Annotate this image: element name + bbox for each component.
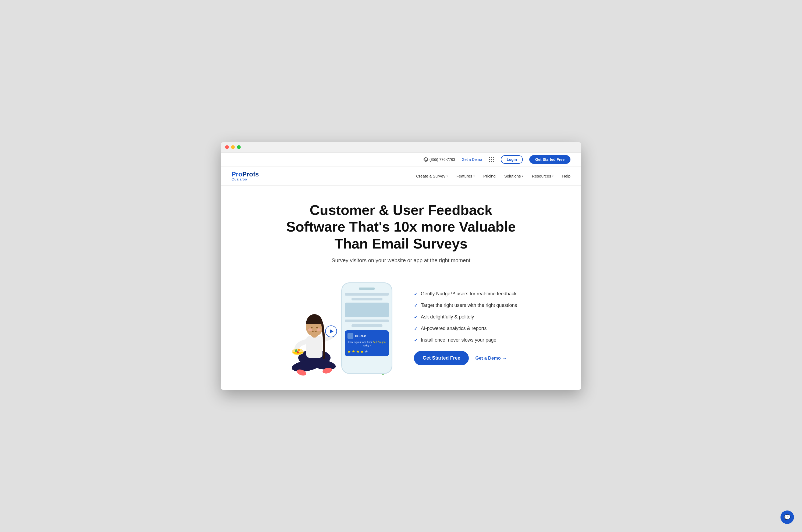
logo-pro: Pro [232, 171, 242, 178]
phone-number: (855) 776-7763 [429, 157, 455, 162]
nav-item-help[interactable]: Help [562, 174, 570, 178]
popup-question: How is your food from Red Dragon today? [347, 341, 386, 347]
browser-chrome [221, 142, 581, 152]
phone-mockup: Hi Bella! How is your food from Red Drag… [341, 282, 393, 374]
chevron-down-icon: ▾ [522, 174, 523, 177]
check-icon: ✓ [414, 303, 417, 308]
get-demo-link-top[interactable]: Get a Demo [461, 157, 482, 162]
get-started-button-top[interactable]: Get Started Free [529, 155, 570, 164]
feature-item-3: ✓ Ask delightfully & politely [414, 314, 517, 320]
survey-popup: Hi Bella! How is your food from Red Drag… [345, 330, 389, 356]
chat-button[interactable]: 💬 [781, 511, 794, 524]
star-2[interactable]: ★ [352, 349, 355, 354]
phone-bar-2 [351, 298, 382, 300]
minimize-button[interactable] [231, 145, 235, 149]
phone-image-rect [345, 303, 389, 317]
browser-body: 📞 (855) 776-7763 Get a Demo Login Get St… [221, 152, 581, 390]
close-button[interactable] [225, 145, 229, 149]
check-icon: ✓ [414, 315, 417, 320]
hero-subtitle: Survey visitors on your website or app a… [232, 258, 570, 264]
feature-text-5: Install once, never slows your page [421, 337, 496, 343]
svg-rect-5 [306, 336, 323, 358]
hero-content: Hi Bella! How is your food from Red Drag… [232, 277, 570, 379]
svg-point-13 [311, 327, 312, 328]
svg-point-16 [317, 328, 321, 331]
chat-icon: 💬 [784, 514, 791, 520]
logo-sub: Qualaroo [232, 177, 259, 181]
feature-text-3: Ask delightfully & politely [421, 314, 474, 320]
features-list: ✓ Gently Nudge™ users for real-time feed… [414, 291, 517, 343]
star-1[interactable]: ★ [347, 349, 351, 354]
nav-links: Create a Survey ▾ Features ▾ Pricing [416, 174, 570, 178]
hero-illustration: Hi Bella! How is your food from Red Drag… [285, 277, 398, 379]
play-icon [330, 329, 333, 334]
check-icon: ✓ [414, 326, 417, 331]
cta-buttons: Get Started Free Get a Demo → [414, 351, 517, 365]
get-demo-link-main[interactable]: Get a Demo → [475, 356, 507, 361]
logo-profs: Profs [242, 171, 259, 178]
feature-item-4: ✓ AI-powered analytics & reports [414, 326, 517, 331]
phone-bar-3 [345, 320, 389, 322]
top-bar: 📞 (855) 776-7763 Get a Demo Login Get St… [221, 152, 581, 167]
popup-header: Hi Bella! [347, 333, 386, 339]
nav-item-resources[interactable]: Resources ▾ [532, 174, 553, 178]
svg-point-9 [298, 349, 300, 351]
phone-bar-1 [345, 293, 389, 296]
features-cta-area: ✓ Gently Nudge™ users for real-time feed… [414, 291, 517, 365]
login-button[interactable]: Login [501, 155, 523, 164]
nav-item-pricing[interactable]: Pricing [483, 174, 496, 178]
star-3[interactable]: ★ [356, 349, 360, 354]
hero-section: Customer & User Feedback Software That's… [221, 186, 581, 390]
star-4[interactable]: ★ [360, 349, 364, 354]
phone-notch [359, 287, 375, 290]
phone-icon: 📞 [424, 157, 428, 162]
chevron-down-icon: ▾ [552, 174, 553, 177]
star-5[interactable]: ★ [365, 349, 368, 354]
feature-item-2: ✓ Target the right users with the right … [414, 303, 517, 308]
browser-window: 📞 (855) 776-7763 Get a Demo Login Get St… [221, 142, 581, 390]
popup-avatar [347, 333, 354, 339]
stars-rating[interactable]: ★ ★ ★ ★ ★ [347, 349, 386, 354]
nav-link-features[interactable]: Features ▾ [456, 174, 475, 178]
phone-bar-4 [351, 324, 382, 327]
logo-text: ProProfs [232, 171, 259, 177]
feature-text-4: AI-powered analytics & reports [421, 326, 486, 331]
check-icon: ✓ [414, 291, 417, 297]
svg-point-15 [308, 328, 312, 331]
chevron-down-icon: ▾ [446, 174, 448, 177]
feature-text-1: Gently Nudge™ users for real-time feedba… [421, 291, 516, 297]
popup-title: Hi Bella! [355, 335, 366, 338]
nav-link-resources[interactable]: Resources ▾ [532, 174, 553, 178]
nav-link-pricing[interactable]: Pricing [483, 174, 496, 178]
arrow-right-icon: → [502, 356, 507, 361]
chevron-down-icon: ▾ [473, 174, 475, 177]
check-icon: ✓ [414, 338, 417, 343]
apps-grid-icon[interactable] [489, 156, 494, 163]
phone-contact: 📞 (855) 776-7763 [424, 157, 455, 162]
nav-link-solutions[interactable]: Solutions ▾ [504, 174, 523, 178]
navbar: ProProfs Qualaroo Create a Survey ▾ Feat… [221, 167, 581, 186]
svg-point-10 [297, 351, 299, 354]
feature-item-5: ✓ Install once, never slows your page [414, 337, 517, 343]
feature-text-2: Target the right users with the right qu… [421, 303, 517, 308]
nav-link-create-survey[interactable]: Create a Survey ▾ [416, 174, 447, 178]
get-started-button-main[interactable]: Get Started Free [414, 351, 469, 365]
hero-title: Customer & User Feedback Software That's… [280, 202, 522, 252]
nav-item-features[interactable]: Features ▾ [456, 174, 475, 178]
nav-link-help[interactable]: Help [562, 174, 570, 178]
nav-item-solutions[interactable]: Solutions ▾ [504, 174, 523, 178]
logo[interactable]: ProProfs Qualaroo [232, 171, 259, 181]
svg-point-14 [316, 327, 318, 328]
feature-item-1: ✓ Gently Nudge™ users for real-time feed… [414, 291, 517, 297]
nav-item-create-survey[interactable]: Create a Survey ▾ [416, 174, 447, 178]
maximize-button[interactable] [237, 145, 241, 149]
